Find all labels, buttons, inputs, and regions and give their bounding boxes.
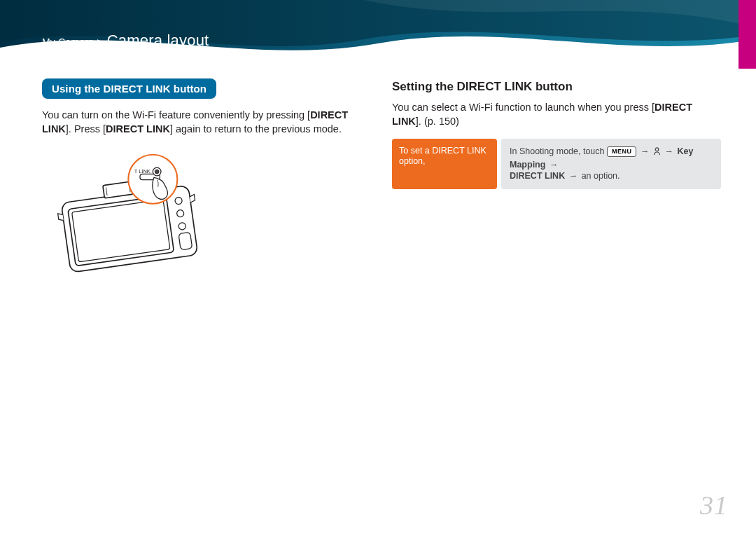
arrow-icon: → (663, 146, 675, 156)
svg-point-4 (174, 197, 182, 205)
menu-key-icon: MENU (607, 146, 637, 157)
right-heading: Setting the DIRECT LINK button (392, 80, 721, 94)
camera-illustration: T LINK (42, 147, 217, 278)
instruction-row: To set a DIRECT LINK option, In Shooting… (392, 139, 721, 190)
user-icon (653, 147, 661, 159)
instruction-steps: In Shooting mode, touch MENU → → Key Map… (501, 139, 721, 190)
bold-text: DIRECT LINK (106, 123, 170, 135)
svg-point-5 (176, 209, 184, 217)
svg-point-6 (178, 222, 186, 230)
right-body: You can select a Wi-Fi function to launc… (392, 101, 721, 128)
svg-rect-0 (738, 0, 756, 69)
svg-point-18 (655, 148, 659, 151)
bold-text: DIRECT LINK (510, 171, 565, 181)
content-columns: Using the DIRECT LINK button You can tur… (42, 78, 721, 508)
svg-text:T LINK: T LINK (134, 168, 150, 174)
section-lozenge: Using the DIRECT LINK button (42, 78, 216, 99)
text: ] again to return to the previous mode. (170, 123, 342, 135)
text: In Shooting mode, touch (510, 146, 607, 156)
breadcrumb-current: Camera layout (107, 32, 209, 49)
text: You can select a Wi-Fi function to launc… (392, 102, 654, 113)
arrow-icon: → (548, 160, 560, 170)
instruction-label: To set a DIRECT LINK option, (392, 139, 497, 190)
text: ]. Press [ (66, 123, 106, 135)
right-column: Setting the DIRECT LINK button You can s… (392, 78, 721, 508)
breadcrumb: My Camera > Camera layout (42, 32, 209, 50)
left-body: You can turn on the Wi-Fi feature conven… (42, 109, 371, 136)
page-number: 31 (700, 490, 728, 521)
breadcrumb-root: My Camera > (42, 36, 103, 48)
text: ]. (p. 150) (416, 116, 459, 127)
text: an option. (582, 171, 620, 181)
left-column: Using the DIRECT LINK button You can tur… (42, 78, 371, 508)
text: You can turn on the Wi-Fi feature conven… (42, 109, 310, 121)
svg-point-17 (155, 170, 159, 174)
svg-rect-7 (178, 232, 192, 249)
manual-page: My Camera > Camera layout Using the DIRE… (0, 0, 756, 536)
arrow-icon: → (639, 146, 651, 156)
arrow-icon: → (568, 171, 580, 181)
